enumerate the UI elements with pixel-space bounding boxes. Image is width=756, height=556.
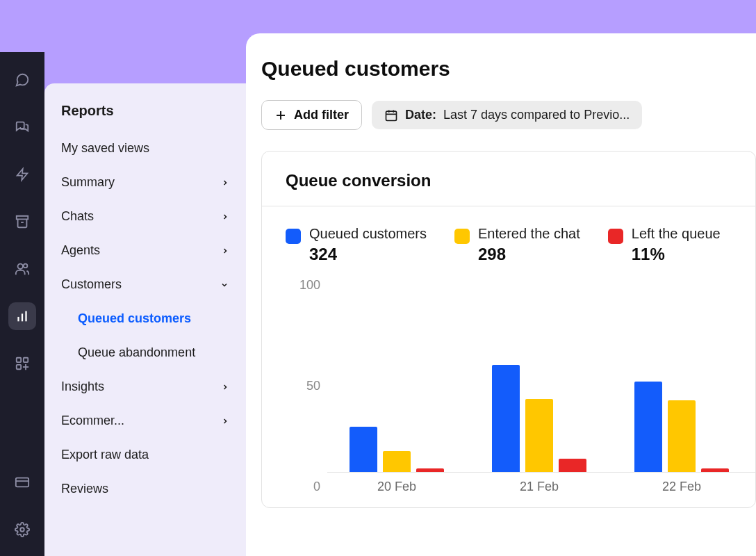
nav-insights[interactable]: Insights	[44, 370, 246, 404]
x-tick: 22 Feb	[626, 480, 737, 494]
card-header: Queue conversion	[262, 152, 755, 206]
legend-value: 298	[478, 245, 580, 264]
nav-summary[interactable]: Summary	[44, 165, 246, 199]
nav-my-saved-views[interactable]: My saved views	[44, 131, 246, 165]
bar-entered	[383, 451, 411, 472]
nav-label: Summary	[61, 175, 115, 190]
subnav-queued-customers[interactable]: Queued customers	[44, 302, 246, 336]
legend-swatch-queued	[286, 229, 301, 244]
calendar-icon	[384, 108, 398, 122]
legend-row: Queued customers 324 Entered the chat 29…	[262, 206, 755, 271]
chevron-right-icon	[221, 416, 229, 426]
rail-conversations[interactable]	[8, 113, 36, 141]
y-tick: 50	[306, 379, 320, 393]
bar-left	[701, 468, 729, 472]
bar-left	[559, 459, 586, 472]
queue-conversion-card: Queue conversion Queued customers 324 En…	[261, 151, 756, 508]
chevron-right-icon	[221, 212, 229, 222]
svg-rect-12	[16, 478, 28, 487]
nav-label: My saved views	[61, 141, 149, 156]
date-chip-value: Last 7 days compared to Previo...	[443, 108, 630, 122]
nav-chats[interactable]: Chats	[44, 199, 246, 234]
add-filter-label: Add filter	[294, 108, 349, 122]
chart: 100 50 0	[262, 271, 755, 507]
date-filter-chip[interactable]: Date: Last 7 days compared to Previo...	[372, 101, 642, 129]
y-tick: 0	[313, 480, 320, 494]
add-filter-button[interactable]: Add filter	[261, 100, 362, 130]
nav-label: Reviews	[61, 482, 108, 496]
svg-point-3	[24, 264, 28, 268]
svg-rect-17	[386, 111, 397, 120]
svg-rect-9	[17, 365, 21, 369]
reports-sidebar: Reports My saved views Summary Chats Age…	[44, 83, 246, 556]
legend-queued: Queued customers 324	[286, 226, 427, 264]
nav-reviews[interactable]: Reviews	[44, 472, 246, 506]
chevron-down-icon	[220, 281, 229, 289]
bar-group-2	[626, 382, 737, 472]
people-icon	[15, 261, 30, 277]
plus-icon	[274, 109, 287, 122]
legend-entered: Entered the chat 298	[454, 226, 580, 264]
page-title: Queued customers	[261, 57, 756, 81]
svg-rect-8	[24, 358, 28, 362]
subnav-queue-abandonment[interactable]: Queue abandonment	[44, 336, 246, 370]
card-title: Queue conversion	[286, 171, 732, 190]
lightning-icon	[15, 167, 29, 182]
credit-card-icon	[15, 475, 30, 490]
rail-automation[interactable]	[8, 161, 36, 188]
chevron-right-icon	[221, 382, 229, 392]
conversations-icon	[15, 120, 30, 135]
nav-label: Chats	[61, 209, 94, 224]
rail-chat[interactable]	[8, 66, 36, 94]
filter-row: Add filter Date: Last 7 days compared to…	[261, 100, 756, 130]
legend-value: 11%	[632, 245, 721, 264]
nav-label: Agents	[61, 243, 100, 258]
chevron-right-icon	[221, 246, 229, 256]
rail-people[interactable]	[8, 255, 36, 283]
nav-label: Customers	[61, 277, 122, 292]
icon-rail	[0, 52, 44, 556]
rail-apps[interactable]	[8, 350, 36, 377]
nav-ecommerce[interactable]: Ecommer...	[44, 404, 246, 438]
main-panel: Queued customers Add filter Date: Last 7…	[246, 33, 756, 556]
y-axis: 100 50 0	[286, 285, 320, 486]
x-tick: 20 Feb	[341, 480, 452, 494]
date-chip-label: Date:	[405, 108, 436, 122]
nav-agents[interactable]: Agents	[44, 234, 246, 268]
legend-swatch-left	[608, 229, 623, 244]
archive-icon	[15, 214, 30, 229]
bar-queued	[350, 427, 377, 472]
chevron-right-icon	[221, 178, 229, 188]
rail-billing[interactable]	[8, 468, 36, 496]
rail-reports[interactable]	[8, 302, 36, 330]
rail-archive[interactable]	[8, 208, 36, 236]
rail-settings[interactable]	[8, 516, 36, 543]
legend-left: Left the queue 11%	[608, 226, 721, 264]
legend-label: Entered the chat	[478, 226, 580, 242]
nav-label: Insights	[61, 379, 104, 394]
svg-point-2	[18, 264, 23, 269]
x-tick: 21 Feb	[484, 480, 595, 494]
bar-left	[416, 468, 444, 472]
chat-bubble-icon	[15, 72, 30, 88]
legend-label: Queued customers	[309, 226, 427, 242]
legend-swatch-entered	[454, 229, 470, 244]
svg-marker-0	[17, 169, 28, 181]
bar-group-1	[484, 365, 595, 472]
bar-entered	[668, 400, 696, 472]
nav-customers[interactable]: Customers	[44, 268, 246, 302]
sidebar-title: Reports	[44, 103, 246, 131]
svg-point-14	[20, 528, 24, 532]
legend-value: 324	[309, 245, 427, 264]
nav-export-raw-data[interactable]: Export raw data	[44, 438, 246, 472]
bar-queued	[492, 365, 520, 472]
y-tick: 100	[299, 278, 320, 293]
bar-entered	[525, 399, 553, 472]
nav-label: Ecommer...	[61, 414, 124, 428]
nav-label: Export raw data	[61, 448, 149, 462]
bar-queued	[634, 382, 662, 472]
svg-rect-7	[17, 358, 21, 362]
gear-icon	[15, 522, 30, 537]
bar-group-0	[341, 427, 452, 472]
apps-grid-icon	[15, 356, 30, 371]
